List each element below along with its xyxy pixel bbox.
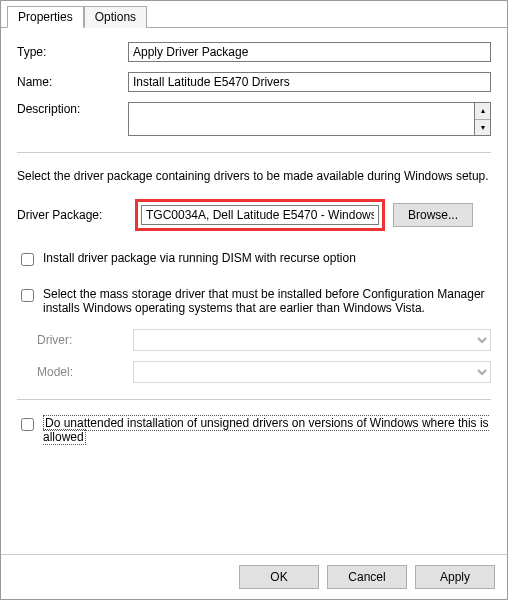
driver-label: Driver: (37, 333, 127, 347)
apply-button[interactable]: Apply (415, 565, 495, 589)
driver-package-highlight (135, 199, 385, 231)
cancel-button[interactable]: Cancel (327, 565, 407, 589)
dism-checkbox[interactable] (21, 253, 34, 266)
dism-checkbox-label: Install driver package via running DISM … (43, 251, 491, 265)
divider-2 (17, 399, 491, 400)
chevron-down-icon[interactable]: ▾ (475, 120, 490, 136)
chevron-up-icon[interactable]: ▴ (475, 103, 490, 120)
select-note: Select the driver package containing dri… (17, 169, 491, 183)
model-select (133, 361, 491, 383)
driver-package-field[interactable] (141, 205, 379, 225)
description-spin[interactable]: ▴ ▾ (475, 102, 491, 136)
type-label: Type: (17, 45, 122, 59)
ok-button[interactable]: OK (239, 565, 319, 589)
name-label: Name: (17, 75, 122, 89)
model-label: Model: (37, 365, 127, 379)
driver-package-label: Driver Package: (17, 208, 127, 222)
tab-bar: Properties Options (1, 1, 507, 28)
browse-button[interactable]: Browse... (393, 203, 473, 227)
unattended-checkbox-label: Do unattended installation of unsigned d… (43, 415, 489, 445)
divider (17, 152, 491, 153)
tab-properties[interactable]: Properties (7, 6, 84, 28)
properties-panel: Type: Name: Description: ▴ ▾ Select the … (1, 28, 507, 554)
description-label: Description: (17, 102, 122, 116)
dialog-window: Properties Options Type: Name: Descripti… (0, 0, 508, 600)
mass-storage-checkbox[interactable] (21, 289, 34, 302)
unattended-checkbox[interactable] (21, 418, 34, 431)
driver-select (133, 329, 491, 351)
description-field[interactable] (128, 102, 475, 136)
tab-options[interactable]: Options (84, 6, 147, 28)
name-field[interactable] (128, 72, 491, 92)
mass-storage-checkbox-label: Select the mass storage driver that must… (43, 287, 491, 315)
dialog-footer: OK Cancel Apply (1, 554, 507, 599)
type-field (128, 42, 491, 62)
